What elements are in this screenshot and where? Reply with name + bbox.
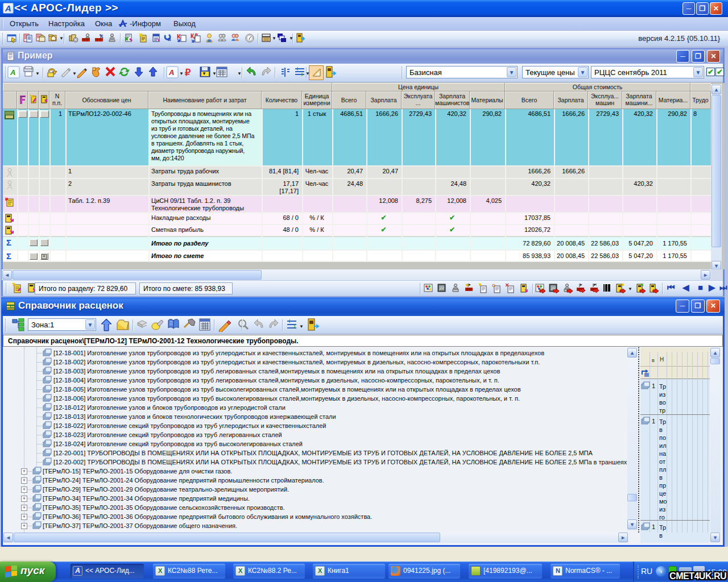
svg-text:A: A <box>168 68 174 77</box>
svg-text:К: К <box>100 34 104 39</box>
svg-text:К: К <box>177 33 181 40</box>
svg-text:в: в <box>168 36 171 42</box>
svg-text:A: A <box>10 68 15 77</box>
svg-text:О: О <box>492 283 495 288</box>
svg-text:₽: ₽ <box>185 68 191 77</box>
